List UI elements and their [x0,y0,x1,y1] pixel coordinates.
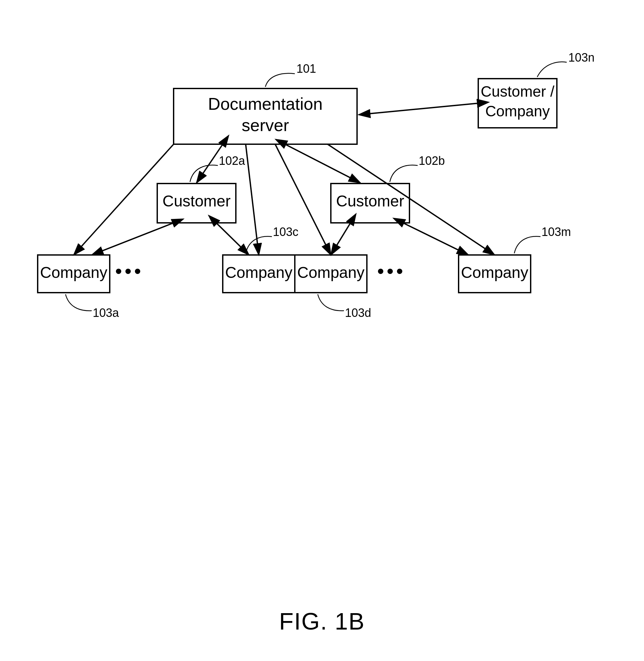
ref-102a: 102a [219,154,245,168]
arrow-server-company103c [246,144,259,255]
ref-103m: 103m [542,225,571,239]
arrow-server-customerb [285,144,360,183]
company-103d-label: Company [297,264,364,281]
customer-company-label1: Customer / [481,83,555,100]
customer-a-label: Customer [162,192,231,210]
arrow-customera-company103c [216,223,249,255]
diagram-container: Documentation server 101 Customer / Comp… [0,0,644,661]
dots-left: ••• [115,260,143,282]
ref-103c: 103c [273,225,298,239]
arrow-customerb-company103m [403,223,468,255]
diagram-svg: Documentation server 101 Customer / Comp… [0,0,644,661]
figure-label: FIG. 1B [279,608,365,635]
doc-server-label: Documentation [208,94,323,113]
arrow-customerb-company103d [331,223,350,255]
arrow-customera-company103a [92,223,174,255]
ref-103d: 103d [345,306,371,320]
arrow-server-company103n [359,103,478,115]
ref-103n: 103n [568,51,595,64]
company-103a-label: Company [40,264,107,281]
doc-server-label2: server [242,116,289,135]
customer-b-label: Customer [336,192,404,210]
ref-103a: 103a [93,306,119,320]
ref-101: 101 [296,62,316,75]
ref-102b: 102b [419,154,445,168]
customer-company-label2: Company [485,103,550,119]
company-103c-label: Company [225,264,292,281]
company-103m-label: Company [461,264,528,281]
dots-right: ••• [377,260,406,282]
